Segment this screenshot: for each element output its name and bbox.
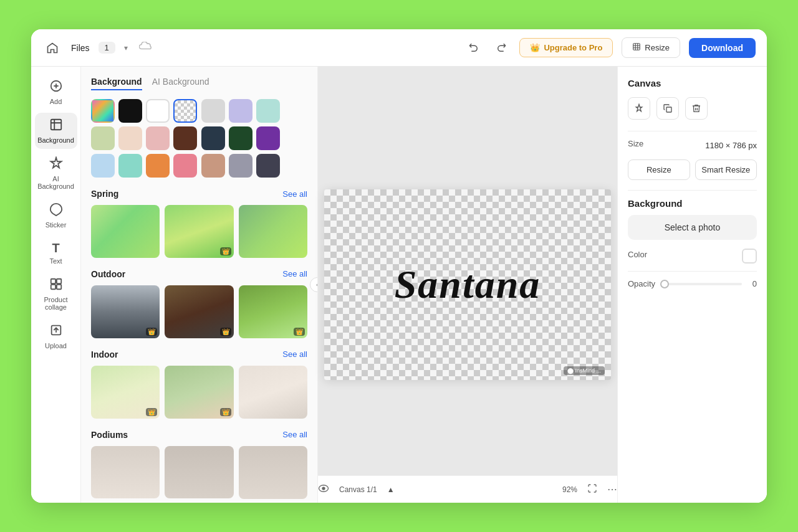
color-teal[interactable] <box>118 154 142 178</box>
color-skyblue[interactable] <box>91 154 115 178</box>
svg-rect-0 <box>633 44 640 50</box>
app-container: Files 1 ▾ 👑 Upgrade to Pro Resize Downlo… <box>31 29 767 503</box>
spring-thumb-2[interactable]: 👑 <box>165 205 233 258</box>
select-photo-button[interactable]: Select a photo <box>628 215 757 240</box>
opacity-row: Opacity 0 <box>628 279 757 288</box>
color-peach[interactable] <box>118 126 142 150</box>
zoom-level: 92% <box>562 485 577 494</box>
svg-rect-5 <box>50 285 55 289</box>
copy-tool-button[interactable] <box>656 97 679 120</box>
undo-button[interactable] <box>464 39 483 57</box>
ai-background-icon <box>49 156 63 173</box>
indoor-thumb-1[interactable]: 👑 <box>91 366 160 419</box>
outdoor-grid: 👑 👑 👑 <box>91 285 307 338</box>
color-purple[interactable] <box>256 126 280 150</box>
svg-rect-2 <box>50 120 61 130</box>
resize-canvas-button[interactable]: Resize <box>628 159 690 180</box>
outdoor-thumb-3[interactable]: 👑 <box>239 285 307 338</box>
podium-thumb-1[interactable] <box>91 446 160 499</box>
podiums-title: Podiums <box>91 430 128 440</box>
podium-thumb-3[interactable] <box>239 446 307 499</box>
color-label: Color <box>628 250 647 259</box>
resize-icon <box>632 42 641 53</box>
spring-grid: 👑 <box>91 205 307 258</box>
indoor-see-all[interactable]: See all <box>282 349 307 359</box>
podiums-see-all[interactable]: See all <box>282 430 307 439</box>
sidebar-item-sticker-label: Sticker <box>46 221 67 229</box>
spring-see-all[interactable]: See all <box>282 189 307 199</box>
upgrade-button[interactable]: 👑 Upgrade to Pro <box>519 38 613 57</box>
color-brown[interactable] <box>173 126 197 150</box>
color-charcoal[interactable] <box>256 154 280 178</box>
product-collage-icon <box>49 277 63 294</box>
sidebar-item-product-collage-label: Product collage <box>39 296 74 311</box>
outdoor-crown-3: 👑 <box>294 328 305 336</box>
color-indicator[interactable] <box>742 249 757 264</box>
sidebar-item-ai-bg-label: AI Background <box>37 175 74 190</box>
sidebar-item-product-collage[interactable]: Product collage <box>35 272 77 316</box>
center-panel: Background AI Background <box>81 67 318 503</box>
spring-thumb-3[interactable] <box>239 205 307 258</box>
color-orange[interactable] <box>146 154 170 178</box>
sidebar-item-ai-background[interactable]: AI Background <box>35 151 77 195</box>
color-grid <box>91 99 307 178</box>
color-lavender[interactable] <box>229 99 252 123</box>
resize-buttons: Resize Smart Resize <box>628 159 757 180</box>
page-number[interactable]: 1 <box>99 42 115 54</box>
color-transparent[interactable] <box>173 99 197 123</box>
indoor-thumb-3[interactable] <box>239 366 307 419</box>
canvas-board[interactable]: Santana ⬤ InsMind ... <box>324 189 611 380</box>
color-lightgray[interactable] <box>201 99 225 123</box>
pin-tool-button[interactable] <box>628 97 650 120</box>
outdoor-see-all[interactable]: See all <box>282 269 307 278</box>
more-icon[interactable]: ⋯ <box>607 483 617 495</box>
indoor-thumb-2[interactable]: 👑 <box>165 366 233 419</box>
redo-button[interactable] <box>492 39 511 57</box>
tab-background[interactable]: Background <box>91 77 142 90</box>
canvas-chevron-icon[interactable]: ▲ <box>387 485 395 494</box>
opacity-slider[interactable] <box>660 283 742 285</box>
opacity-thumb[interactable] <box>660 280 669 288</box>
spring-thumb-1[interactable] <box>91 205 160 258</box>
sidebar-item-add-label: Add <box>50 98 62 105</box>
color-steel[interactable] <box>229 154 252 178</box>
smart-resize-button[interactable]: Smart Resize <box>695 159 757 180</box>
home-button[interactable] <box>42 38 62 58</box>
color-pink[interactable] <box>173 154 197 178</box>
sidebar-item-upload[interactable]: Upload <box>35 318 77 354</box>
outdoor-thumb-1[interactable]: 👑 <box>91 285 160 338</box>
size-label: Size <box>628 139 643 148</box>
spring-title: Spring <box>91 189 118 199</box>
sidebar-item-text[interactable]: T Text <box>35 236 77 270</box>
tab-ai-background[interactable]: AI Background <box>152 77 209 90</box>
download-button[interactable]: Download <box>689 38 756 58</box>
visibility-icon[interactable] <box>318 484 329 495</box>
opacity-value: 0 <box>747 279 757 288</box>
sidebar-item-add[interactable]: Add <box>35 74 77 110</box>
sidebar-item-sticker[interactable]: Sticker <box>35 197 77 234</box>
color-mauve[interactable] <box>201 154 225 178</box>
files-label[interactable]: Files <box>71 43 90 53</box>
color-gradient[interactable] <box>91 99 115 123</box>
color-lightgreen[interactable] <box>91 126 115 150</box>
podium-thumb-2[interactable] <box>165 446 233 499</box>
sidebar-item-background[interactable]: Background <box>35 113 77 149</box>
right-panel: Canvas Size 1180 × 786 px Resize Smar <box>617 67 767 503</box>
chevron-icon[interactable]: ▾ <box>124 44 128 52</box>
left-sidebar: Add Background AI Background Sticker <box>31 67 81 503</box>
sidebar-item-upload-label: Upload <box>45 342 67 349</box>
color-black[interactable] <box>118 99 142 123</box>
color-navy[interactable] <box>201 126 225 150</box>
resize-button[interactable]: Resize <box>622 37 680 58</box>
podiums-section-header: Podiums See all <box>91 430 307 440</box>
color-darkgreen[interactable] <box>229 126 252 150</box>
crown-icon: 👑 <box>530 43 540 52</box>
zoom-fit-icon[interactable] <box>587 483 597 495</box>
color-mint[interactable] <box>256 99 280 123</box>
color-white[interactable] <box>146 99 170 123</box>
outdoor-thumb-2[interactable]: 👑 <box>165 285 233 338</box>
panel-collapse-button[interactable]: ‹ <box>310 277 318 292</box>
canvas-label: Canvas 1/1 <box>339 485 377 494</box>
delete-tool-button[interactable] <box>685 97 708 120</box>
color-blush[interactable] <box>146 126 170 150</box>
